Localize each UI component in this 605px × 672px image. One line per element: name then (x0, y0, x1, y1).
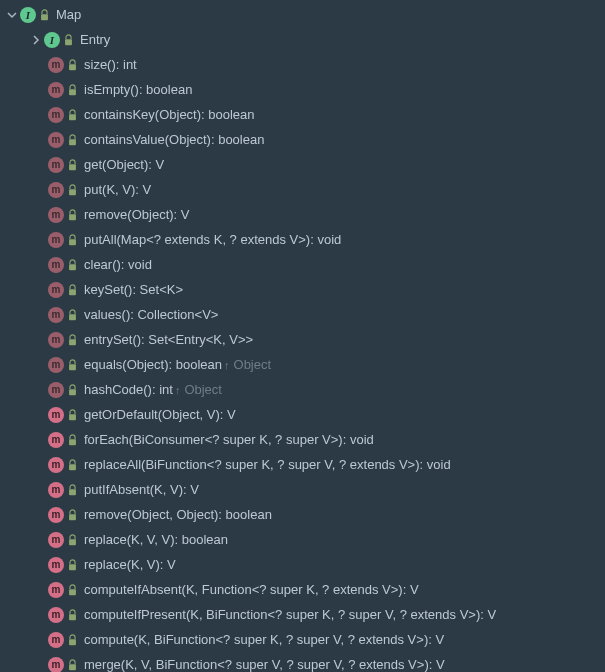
method-signature: putAll(Map<? extends K, ? extends V>): v… (84, 232, 341, 247)
chevron-down-icon[interactable] (4, 7, 20, 23)
method-icon: m (48, 557, 64, 573)
method-signature: containsKey(Object): boolean (84, 107, 255, 122)
svg-rect-4 (69, 114, 76, 120)
method-icon: m (48, 307, 64, 323)
svg-rect-3 (69, 89, 76, 95)
method-signature: put(K, V): V (84, 182, 151, 197)
method-signature: clear(): void (84, 257, 152, 272)
method-signature: forEach(BiConsumer<? super K, ? super V>… (84, 432, 374, 447)
lock-icon (66, 208, 78, 222)
tree-row-method[interactable]: m remove(Object, Object): boolean (0, 502, 605, 527)
method-signature: size(): int (84, 57, 137, 72)
node-label: Entry (80, 32, 110, 47)
lock-icon (66, 658, 78, 672)
tree-row-method[interactable]: m size(): int (0, 52, 605, 77)
method-icon: m (48, 657, 64, 673)
svg-rect-25 (69, 639, 76, 645)
svg-rect-24 (69, 614, 76, 620)
method-icon: m (48, 532, 64, 548)
tree-row-method[interactable]: m putAll(Map<? extends K, ? extends V>):… (0, 227, 605, 252)
tree-row-method[interactable]: m clear(): void (0, 252, 605, 277)
svg-rect-26 (69, 664, 76, 670)
method-icon: m (48, 157, 64, 173)
method-signature: containsValue(Object): boolean (84, 132, 264, 147)
method-signature: computeIfPresent(K, BiFunction<? super K… (84, 607, 496, 622)
tree-row-method[interactable]: m get(Object): V (0, 152, 605, 177)
tree-row-method[interactable]: m put(K, V): V (0, 177, 605, 202)
lock-icon (66, 558, 78, 572)
method-signature: hashCode(): int (84, 382, 173, 397)
method-signature: equals(Object): boolean (84, 357, 222, 372)
tree-row-method[interactable]: m hashCode(): int ↑Object (0, 377, 605, 402)
svg-rect-20 (69, 514, 76, 520)
tree-row-method[interactable]: m isEmpty(): boolean (0, 77, 605, 102)
lock-icon (66, 258, 78, 272)
method-signature: replace(K, V): V (84, 557, 176, 572)
lock-icon (66, 408, 78, 422)
method-icon: m (48, 407, 64, 423)
lock-icon (66, 133, 78, 147)
method-icon: m (48, 332, 64, 348)
method-icon: m (48, 282, 64, 298)
tree-row-method[interactable]: m containsKey(Object): boolean (0, 102, 605, 127)
method-icon: m (48, 182, 64, 198)
tree-row-method[interactable]: m remove(Object): V (0, 202, 605, 227)
tree-row-method[interactable]: m entrySet(): Set<Entry<K, V>> (0, 327, 605, 352)
svg-rect-5 (69, 139, 76, 145)
method-icon: m (48, 582, 64, 598)
method-signature: get(Object): V (84, 157, 164, 172)
method-signature: replaceAll(BiFunction<? super K, ? super… (84, 457, 451, 472)
tree-row-method[interactable]: m equals(Object): boolean ↑Object (0, 352, 605, 377)
tree-row-method[interactable]: m getOrDefault(Object, V): V (0, 402, 605, 427)
lock-icon (66, 233, 78, 247)
tree-row-method[interactable]: m computeIfPresent(K, BiFunction<? super… (0, 602, 605, 627)
svg-rect-17 (69, 439, 76, 445)
method-signature: isEmpty(): boolean (84, 82, 192, 97)
override-arrow-icon: ↑ (175, 384, 181, 396)
tree-row-method[interactable]: m forEach(BiConsumer<? super K, ? super … (0, 427, 605, 452)
structure-tree: I Map I Entry m size(): int m isEmpty():… (0, 2, 605, 672)
tree-row-method[interactable]: m merge(K, V, BiFunction<? super V, ? su… (0, 652, 605, 672)
lock-icon (66, 633, 78, 647)
lock-icon (66, 358, 78, 372)
lock-icon (66, 283, 78, 297)
lock-icon (66, 108, 78, 122)
tree-row-method[interactable]: m containsValue(Object): boolean (0, 127, 605, 152)
lock-icon (66, 333, 78, 347)
svg-rect-6 (69, 164, 76, 170)
svg-rect-13 (69, 339, 76, 345)
tree-row-method[interactable]: m compute(K, BiFunction<? super K, ? sup… (0, 627, 605, 652)
method-icon: m (48, 107, 64, 123)
tree-row-method[interactable]: m replaceAll(BiFunction<? super K, ? sup… (0, 452, 605, 477)
method-signature: entrySet(): Set<Entry<K, V>> (84, 332, 253, 347)
chevron-right-icon[interactable] (28, 32, 44, 48)
lock-icon (66, 58, 78, 72)
lock-icon (66, 608, 78, 622)
node-label: Map (56, 7, 81, 22)
override-origin: Object (234, 357, 272, 372)
svg-rect-9 (69, 239, 76, 245)
method-signature: remove(Object): V (84, 207, 189, 222)
lock-icon (66, 508, 78, 522)
lock-icon (66, 583, 78, 597)
svg-rect-1 (65, 39, 72, 45)
method-icon: m (48, 257, 64, 273)
tree-row-entry[interactable]: I Entry (0, 27, 605, 52)
svg-rect-8 (69, 214, 76, 220)
lock-icon (66, 458, 78, 472)
method-icon: m (48, 482, 64, 498)
svg-rect-10 (69, 264, 76, 270)
svg-rect-16 (69, 414, 76, 420)
tree-row-method[interactable]: m replace(K, V, V): boolean (0, 527, 605, 552)
svg-rect-14 (69, 364, 76, 370)
tree-row-method[interactable]: m values(): Collection<V> (0, 302, 605, 327)
tree-row-method[interactable]: m replace(K, V): V (0, 552, 605, 577)
tree-row-map[interactable]: I Map (0, 2, 605, 27)
method-icon: m (48, 632, 64, 648)
svg-rect-21 (69, 539, 76, 545)
lock-icon (66, 83, 78, 97)
method-signature: keySet(): Set<K> (84, 282, 183, 297)
tree-row-method[interactable]: m putIfAbsent(K, V): V (0, 477, 605, 502)
tree-row-method[interactable]: m computeIfAbsent(K, Function<? super K,… (0, 577, 605, 602)
tree-row-method[interactable]: m keySet(): Set<K> (0, 277, 605, 302)
